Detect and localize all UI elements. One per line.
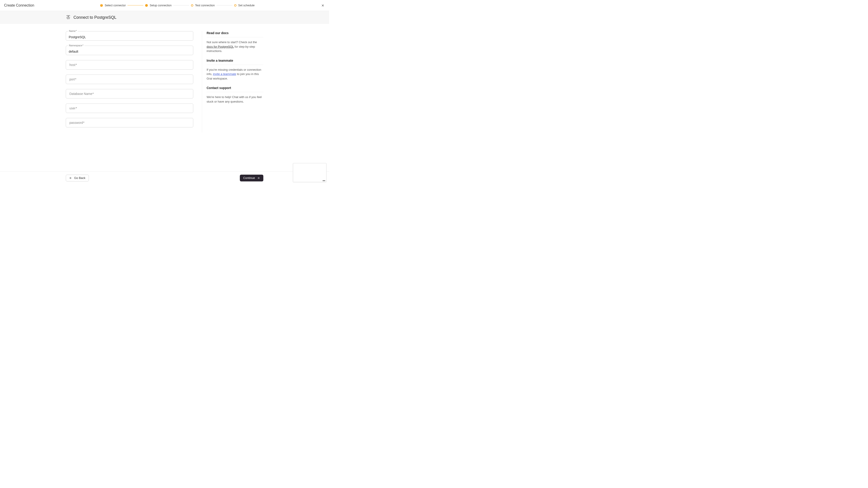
- docs-section: Read our docs Not sure where to start? C…: [207, 31, 264, 53]
- namespace-input[interactable]: [66, 46, 193, 55]
- step-test-connection[interactable]: Test connection: [191, 4, 215, 7]
- support-section: Contact support We're here to help! Chat…: [207, 86, 264, 104]
- field-name: Name*: [66, 31, 193, 41]
- step-set-schedule[interactable]: Set schedule: [234, 4, 254, 7]
- continue-button[interactable]: Continue: [240, 175, 264, 182]
- step-connector: [127, 5, 143, 5]
- main-content: Name* Namespace* host* port* Database Na: [66, 31, 264, 132]
- divider: [207, 37, 264, 37]
- invite-heading: Invite a teammate: [207, 59, 264, 62]
- step-label: Select connector: [105, 4, 126, 7]
- stepper: Select connector Setup connection Test c…: [100, 4, 254, 7]
- divider: [207, 65, 264, 65]
- step-label: Setup connection: [150, 4, 172, 7]
- close-button[interactable]: ×: [320, 3, 325, 8]
- subheader: Connect to PostgreSQL: [0, 11, 329, 24]
- field-namespace: Namespace*: [66, 46, 193, 55]
- field-password: password*: [66, 118, 193, 127]
- field-user: user*: [66, 103, 193, 113]
- support-text: We're here to help! Chat with us if you …: [207, 95, 264, 104]
- help-sidebar: Read our docs Not sure where to start? C…: [202, 31, 264, 132]
- field-label: Database Name*: [68, 92, 95, 96]
- field-label: password*: [68, 121, 85, 125]
- field-label: user*: [68, 106, 78, 110]
- support-heading: Contact support: [207, 86, 264, 90]
- port-input[interactable]: [66, 74, 193, 84]
- header-bar: Create Connection Select connector Setup…: [0, 0, 329, 11]
- close-icon: ×: [321, 3, 324, 8]
- field-label: Namespace*: [68, 44, 84, 47]
- step-connector: [217, 5, 232, 5]
- invite-section: Invite a teammate If you're missing cred…: [207, 59, 264, 81]
- user-input[interactable]: [66, 103, 193, 113]
- preview-thumbnail[interactable]: [293, 163, 327, 182]
- field-port: port*: [66, 74, 193, 84]
- docs-text: Not sure where to start? Check out the d…: [207, 40, 264, 53]
- button-label: Go Back: [74, 176, 86, 180]
- invite-text: If you're missing credentials or connect…: [207, 68, 264, 81]
- preview-badge: [322, 181, 325, 181]
- postgresql-icon: [66, 15, 71, 20]
- connection-form: Name* Namespace* host* port* Database Na: [66, 31, 193, 132]
- step-connector: [174, 5, 189, 5]
- circle-icon: [191, 4, 193, 6]
- check-circle-icon: [100, 4, 103, 7]
- divider: [207, 92, 264, 92]
- connector-title: Connect to PostgreSQL: [73, 15, 116, 20]
- name-input[interactable]: [66, 31, 193, 41]
- field-host: host*: [66, 60, 193, 70]
- host-input[interactable]: [66, 60, 193, 70]
- arrow-left-icon: [69, 176, 72, 180]
- page-title: Create Connection: [4, 3, 34, 7]
- step-label: Set schedule: [238, 4, 254, 7]
- docs-heading: Read our docs: [207, 31, 264, 35]
- field-database-name: Database Name*: [66, 89, 193, 98]
- button-label: Continue: [243, 176, 255, 180]
- field-label: Name*: [68, 30, 78, 32]
- svg-point-1: [69, 17, 69, 17]
- step-label: Test connection: [195, 4, 215, 7]
- footer-bar: Go Back Continue: [0, 171, 329, 184]
- step-setup-connection[interactable]: Setup connection: [145, 4, 172, 7]
- dot-icon: [145, 4, 148, 7]
- invite-link[interactable]: invite a teammate: [213, 72, 236, 76]
- step-select-connector[interactable]: Select connector: [100, 4, 126, 7]
- docs-link[interactable]: docs for PostgreSQL: [207, 45, 234, 48]
- go-back-button[interactable]: Go Back: [66, 175, 89, 182]
- field-label: port*: [68, 77, 77, 81]
- arrow-right-icon: [257, 176, 260, 180]
- field-label: host*: [68, 63, 78, 67]
- circle-icon: [234, 4, 237, 6]
